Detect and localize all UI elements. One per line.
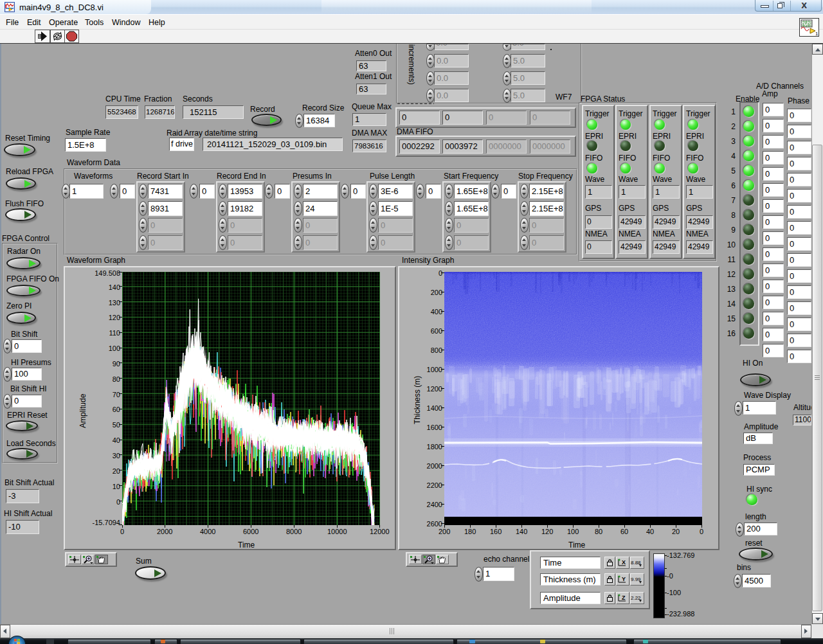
svg-text:Y: Y <box>622 576 626 582</box>
svg-text:Z: Z <box>622 595 626 601</box>
svg-text:X: X <box>622 559 626 566</box>
svg-text:1: 1 <box>815 31 818 37</box>
